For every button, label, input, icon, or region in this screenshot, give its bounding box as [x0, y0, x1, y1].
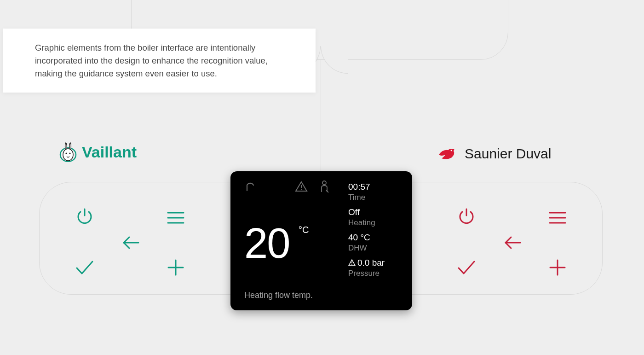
display-side-readings: 00:57 Time Off Heating 40 °C DHW 0.0 bar… [348, 181, 401, 278]
time-label: Time [348, 192, 401, 202]
pressure-label: Pressure [348, 268, 401, 278]
heating-value: Off [348, 207, 401, 218]
main-temperature-value: 20 [244, 220, 289, 267]
back-button[interactable] [501, 232, 523, 254]
power-button[interactable] [74, 205, 96, 227]
svg-point-19 [301, 189, 302, 190]
callout-text: Graphic elements from the boiler interfa… [35, 41, 283, 80]
main-temperature-label: Heating flow temp. [244, 291, 313, 300]
boiler-display: 20 °C Heating flow temp. 00:57 Time Off … [230, 171, 412, 310]
display-main-reading: 20 °C [244, 222, 289, 264]
reading-pressure: 0.0 bar Pressure [348, 257, 401, 278]
reading-heating: Off Heating [348, 207, 401, 227]
menu-button[interactable] [546, 207, 569, 229]
dhw-value: 40 °C [348, 232, 401, 243]
reading-dhw: 40 °C DHW [348, 232, 401, 253]
return-icon [244, 180, 255, 192]
confirm-button[interactable] [74, 256, 96, 279]
power-button[interactable] [455, 205, 477, 227]
decorative-connector-curve [321, 46, 348, 74]
svg-point-24 [351, 264, 352, 265]
svg-point-3 [69, 152, 70, 154]
brand-vaillant-name: Vaillant [82, 143, 137, 161]
brand-saunier-name: Saunier Duval [465, 146, 551, 162]
main-temperature-unit: °C [299, 225, 309, 235]
control-group-vaillant [64, 196, 202, 279]
warning-icon [348, 259, 356, 266]
rabbit-logo-icon [59, 142, 77, 162]
add-button[interactable] [165, 256, 187, 279]
brand-saunier-duval: Saunier Duval [436, 145, 551, 163]
callout-card: Graphic elements from the boiler interfa… [3, 29, 316, 93]
bird-logo-icon [436, 145, 460, 163]
svg-point-4 [451, 150, 452, 151]
pressure-value: 0.0 bar [348, 257, 401, 268]
dhw-label: DHW [348, 243, 401, 253]
installer-icon [320, 180, 329, 193]
confirm-button[interactable] [455, 256, 477, 279]
time-value: 00:57 [348, 181, 401, 192]
heating-label: Heating [348, 218, 401, 227]
svg-point-2 [65, 152, 67, 154]
reading-time: 00:57 Time [348, 181, 401, 202]
decorative-connector-line [321, 60, 321, 182]
add-button[interactable] [546, 256, 569, 279]
control-group-saunier [446, 196, 584, 279]
menu-button[interactable] [165, 207, 187, 229]
brand-vaillant: Vaillant [59, 142, 137, 162]
svg-point-1 [63, 149, 73, 161]
svg-point-20 [322, 181, 326, 185]
back-button[interactable] [120, 232, 142, 254]
warning-icon [295, 180, 308, 192]
